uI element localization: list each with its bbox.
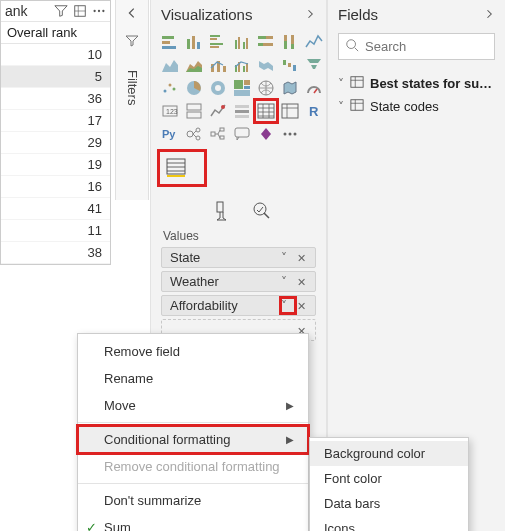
column-header-overall-rank[interactable]: Overall rank xyxy=(1,22,110,44)
analytics-tab-icon[interactable] xyxy=(251,200,273,222)
more-options-icon[interactable] xyxy=(92,4,106,18)
table-row[interactable]: 17 xyxy=(1,110,110,132)
table-row[interactable]: 11 xyxy=(1,220,110,242)
table-icon xyxy=(350,98,364,115)
table-row[interactable]: 29 xyxy=(1,132,110,154)
svg-rect-49 xyxy=(187,104,201,110)
svg-rect-4 xyxy=(162,36,174,39)
remove-field-icon[interactable] xyxy=(297,274,311,289)
python-visual-icon[interactable]: Py xyxy=(161,125,179,143)
svg-rect-31 xyxy=(243,66,245,72)
key-influencers-icon[interactable] xyxy=(185,125,203,143)
stacked-column-icon[interactable] xyxy=(185,33,203,51)
filter-icon[interactable] xyxy=(54,4,68,18)
remove-field-icon[interactable] xyxy=(297,298,311,313)
powerapps-icon[interactable] xyxy=(257,125,275,143)
stacked-bar-icon[interactable] xyxy=(161,33,179,51)
submenu-icons[interactable]: Icons xyxy=(310,516,468,531)
line-chart-icon[interactable] xyxy=(305,33,323,51)
table-row[interactable]: 5 xyxy=(1,66,110,88)
submenu-font-color[interactable]: Font color xyxy=(310,466,468,491)
svg-rect-54 xyxy=(235,115,249,118)
get-more-visuals-icon[interactable] xyxy=(281,125,299,143)
menu-sum[interactable]: ✓Sum xyxy=(78,514,308,531)
field-dropdown-icon[interactable] xyxy=(281,250,295,265)
donut-chart-icon[interactable] xyxy=(209,79,227,97)
expand-filters-icon[interactable] xyxy=(125,6,139,23)
svg-point-66 xyxy=(284,133,287,136)
map-icon[interactable] xyxy=(257,79,275,97)
table-visual[interactable]: ank Overall rank 1053617291916411138 xyxy=(0,0,111,265)
kpi-icon[interactable] xyxy=(209,102,227,120)
clustered-bar-icon[interactable] xyxy=(209,33,227,51)
menu-conditional-formatting[interactable]: Conditional formatting▶ xyxy=(78,426,308,453)
slicer-icon[interactable] xyxy=(233,102,251,120)
field-pill-affordability[interactable]: Affordability xyxy=(161,295,316,316)
svg-rect-69 xyxy=(167,159,185,174)
svg-rect-53 xyxy=(235,110,249,113)
r-visual-icon[interactable]: R xyxy=(305,102,323,120)
expand-icon[interactable] xyxy=(338,76,344,91)
menu-remove-field[interactable]: Remove field xyxy=(78,338,308,365)
values-section-label: Values xyxy=(163,229,316,243)
decomposition-tree-icon[interactable] xyxy=(209,125,227,143)
multi-row-card-icon[interactable] xyxy=(185,102,203,120)
expand-icon[interactable] xyxy=(338,99,344,114)
menu-dont-summarize[interactable]: Don't summarize xyxy=(78,487,308,514)
fields-tab-icon[interactable] xyxy=(165,157,187,179)
qa-visual-icon[interactable] xyxy=(233,125,251,143)
gauge-icon[interactable] xyxy=(305,79,323,97)
ribbon-chart-icon[interactable] xyxy=(257,56,275,74)
svg-rect-43 xyxy=(244,80,250,85)
focus-mode-icon[interactable] xyxy=(73,4,87,18)
table-best-states[interactable]: Best states for sun... xyxy=(338,72,495,95)
svg-point-60 xyxy=(196,128,200,132)
stacked-area-icon[interactable] xyxy=(185,56,203,74)
remove-field-icon[interactable] xyxy=(297,250,311,265)
scatter-icon[interactable] xyxy=(161,79,179,97)
fields-search[interactable] xyxy=(338,33,495,60)
hundred-stacked-bar-icon[interactable] xyxy=(257,33,275,51)
table-visual-icon[interactable] xyxy=(257,102,275,120)
submenu-background-color[interactable]: Background color xyxy=(310,441,468,466)
table-state-codes[interactable]: State codes xyxy=(338,95,495,118)
field-dropdown-icon[interactable] xyxy=(281,274,295,289)
table-row[interactable]: 10 xyxy=(1,44,110,66)
table-row[interactable]: 16 xyxy=(1,176,110,198)
line-clustered-column-icon[interactable] xyxy=(233,56,251,74)
field-dropdown-icon[interactable] xyxy=(281,298,295,313)
menu-move[interactable]: Move▶ xyxy=(78,392,308,419)
search-input[interactable] xyxy=(365,39,507,54)
table-row[interactable]: 36 xyxy=(1,88,110,110)
svg-rect-25 xyxy=(291,35,294,44)
svg-rect-42 xyxy=(234,80,243,89)
pie-chart-icon[interactable] xyxy=(185,79,203,97)
filled-map-icon[interactable] xyxy=(281,79,299,97)
table-row[interactable]: 19 xyxy=(1,154,110,176)
treemap-icon[interactable] xyxy=(233,79,251,97)
svg-point-59 xyxy=(187,131,193,137)
table-row[interactable]: 38 xyxy=(1,242,110,264)
filter-outline-icon xyxy=(124,33,140,52)
filters-pane-collapsed[interactable]: Filters xyxy=(115,0,149,200)
collapse-fields-icon[interactable] xyxy=(483,6,495,23)
field-pill-weather[interactable]: Weather xyxy=(161,271,316,292)
menu-rename[interactable]: Rename xyxy=(78,365,308,392)
matrix-visual-icon[interactable] xyxy=(281,102,299,120)
clustered-column-icon[interactable] xyxy=(233,33,251,51)
collapse-pane-icon[interactable] xyxy=(304,6,316,23)
svg-rect-35 xyxy=(293,65,296,71)
submenu-data-bars[interactable]: Data bars xyxy=(310,491,468,516)
svg-rect-9 xyxy=(197,42,200,49)
waterfall-icon[interactable] xyxy=(281,56,299,74)
line-stacked-column-icon[interactable] xyxy=(209,56,227,74)
card-icon[interactable]: 123 xyxy=(161,102,179,120)
format-tab-icon[interactable] xyxy=(211,200,233,222)
svg-rect-71 xyxy=(217,202,223,212)
svg-point-37 xyxy=(169,84,172,87)
hundred-stacked-column-icon[interactable] xyxy=(281,33,299,51)
table-row[interactable]: 41 xyxy=(1,198,110,220)
area-chart-icon[interactable] xyxy=(161,56,179,74)
funnel-icon[interactable] xyxy=(305,56,323,74)
field-pill-state[interactable]: State xyxy=(161,247,316,268)
